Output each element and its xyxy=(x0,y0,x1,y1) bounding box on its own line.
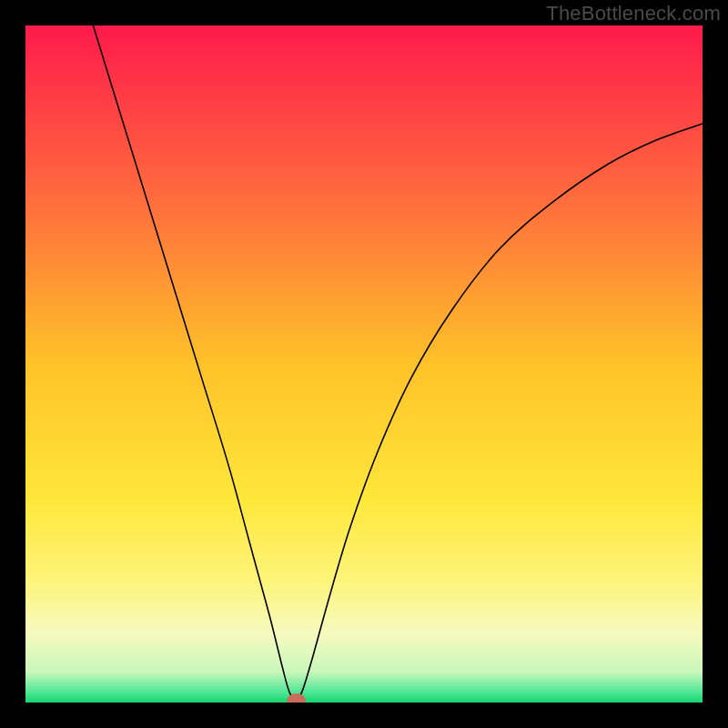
chart-container: TheBottleneck.com xyxy=(0,0,728,728)
plot-area xyxy=(25,25,703,703)
gradient-background xyxy=(25,25,703,703)
watermark-text: TheBottleneck.com xyxy=(546,2,721,25)
